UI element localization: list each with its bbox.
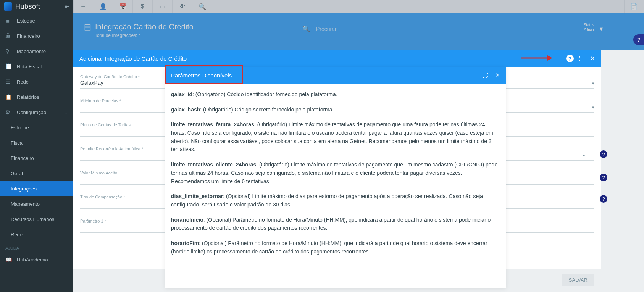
subnav-label: Mapeamento [11,201,40,207]
param-row: galax_id: (Obrigatório) Código identific… [171,90,500,99]
subnav-estoque[interactable]: Estoque [0,120,73,135]
param-name: horarioFim [171,240,199,246]
search-icon: 🔍 [302,25,310,32]
nav-configuracao[interactable]: ⚙Configuração⌄ [0,105,73,120]
book-icon: 📖 [5,257,12,263]
nav-label: Rede [17,79,29,85]
dropdown-icon[interactable]: ▾ [583,153,585,158]
nav-label: Nota Fiscal [17,64,42,69]
param-row: limite_tentativas_fatura_24horas: (Obrig… [171,121,500,154]
param-row: galax_hash: (Obrigatório) Código secreto… [171,106,500,114]
page-title: Integração Cartão de Crédito [95,23,194,31]
chevron-down-icon: ⌄ [64,110,68,115]
network-icon: ☰ [5,79,12,85]
map-icon: ⚲ [5,48,12,54]
param-row: horarioFim: (Opcional) Parâmetro no form… [171,239,500,256]
nav-label: Mapeamento [17,48,46,54]
popup-body: galax_id: (Obrigatório) Código identific… [165,84,506,288]
subnav-geral[interactable]: Geral [0,166,73,181]
report-icon: 📋 [5,94,12,100]
help-valor-minimo-icon[interactable]: ? [600,174,607,181]
popup-expand-icon[interactable]: ⛶ [483,72,488,79]
popup-parameters: Parâmetros Disponíveis ⛶ ✕ galax_id: (Ob… [165,67,506,288]
param-row: dias_limite_estornar: (Opcional) Limite … [171,192,500,209]
card-button[interactable]: ▭ [153,0,173,13]
topbar: ← 👤 📅 $ ▭ 👁 🔍 📄 [73,0,644,13]
param-name: dias_limite_estornar [171,193,223,199]
cards-icon: ▤ [84,22,91,31]
subnav-financeiro[interactable]: Financeiro [0,150,73,166]
param-row: horarioInicio: (Opcional) Parâmetro no f… [171,216,500,232]
back-button[interactable]: ← [73,0,93,13]
nav-label: Configuração [17,110,46,115]
nav-relatorios[interactable]: 📋Relatórios [0,89,73,105]
page-subtitle: Total de Integrações: 4 [95,33,633,38]
search-button[interactable]: 🔍 [192,0,212,13]
pdf-button[interactable]: 📄 [624,0,644,13]
subnav-rh[interactable]: Recursos Humanos [0,211,73,227]
nav-label: HubAcademia [17,257,48,263]
status-block: Status Ativo [584,23,594,32]
nav-financeiro[interactable]: 🏛Financeiro [0,28,73,44]
sidebar: Hubsoft ⇤ ▣Estoque 🏛Financeiro ⚲Mapeamen… [0,0,73,292]
dropdown-icon[interactable]: ▾ [592,105,594,110]
receipt-icon: 🧾 [5,63,12,69]
bank-icon: 🏛 [5,33,12,39]
param-name: horarioInicio [171,217,203,223]
popup-title: Parâmetros Disponíveis [171,72,232,79]
param-name: limite_tentativas_fatura_24horas [171,121,254,127]
popup-close-icon[interactable]: ✕ [495,72,500,79]
param-name: galax_id [171,91,192,97]
subnav-label: Integrações [11,186,37,192]
subnav-label: Estoque [11,125,29,131]
subnav-label: Geral [11,171,23,176]
param-desc: : (Obrigatório) Código secreto fornecido… [200,106,334,113]
param-desc: : (Opcional) Parâmetro no formato de Hor… [171,217,491,231]
modal-help-icon[interactable]: ? [566,55,574,62]
status-label: Status [584,23,594,27]
help-recorrencia-icon[interactable]: ? [600,150,607,158]
nav-rede[interactable]: ☰Rede [0,74,73,89]
brand-text: Hubsoft [15,3,40,11]
eye-button[interactable]: 👁 [173,0,192,13]
nav-notafiscal[interactable]: 🧾Nota Fiscal [0,59,73,74]
sidebar-collapse-icon[interactable]: ⇤ [65,3,69,10]
help-header: AJUDA [0,242,73,252]
nav-label: Estoque [17,18,35,24]
dropdown-icon[interactable]: ▾ [592,81,594,86]
param-desc: : (Obrigatório) Código identificador for… [192,91,337,97]
subnav-fiscal[interactable]: Fiscal [0,135,73,150]
modal-expand-icon[interactable]: ⛶ [579,55,585,62]
nav-label: Relatórios [17,94,39,100]
param-name: limite_tentativas_cliente_24horas [171,161,256,168]
page-header: ▤Integração Cartão de Crédito Total de I… [73,13,644,50]
nav-estoque[interactable]: ▣Estoque [0,13,73,28]
user-button[interactable]: 👤 [93,0,113,13]
subnav-rede[interactable]: Rede [0,227,73,242]
param-name: galax_hash [171,106,200,113]
popup-header: Parâmetros Disponíveis ⛶ ✕ [165,67,506,84]
calendar-button[interactable]: 📅 [113,0,133,13]
status-dropdown-icon[interactable]: ▾ [600,25,603,32]
subnav-label: Financeiro [11,155,34,161]
subnav-label: Fiscal [11,140,24,146]
gear-icon: ⚙ [5,109,12,115]
save-button[interactable]: SALVAR [562,274,594,286]
help-tipo-comp-icon[interactable]: ? [600,195,607,203]
search-input[interactable] [316,26,469,32]
subnav-label: Recursos Humanos [11,216,54,222]
money-button[interactable]: $ [133,0,153,13]
subnav-mapeamento[interactable]: Mapeamento [0,196,73,211]
logo-icon [4,2,12,11]
logo-bar: Hubsoft ⇤ [0,0,73,13]
floating-help-icon[interactable]: ? [633,34,644,45]
status-value: Ativo [584,27,594,32]
subnav-label: Rede [11,232,23,237]
nav-hubacademia[interactable]: 📖HubAcademia [0,252,73,267]
modal-close-icon[interactable]: ✕ [590,55,595,62]
nav-label: Financeiro [17,33,40,39]
modal-title: Adicionar Integração de Cartão de Crédit… [79,55,187,62]
svg-marker-1 [547,55,552,61]
nav-mapeamento[interactable]: ⚲Mapeamento [0,44,73,59]
subnav-integracoes[interactable]: Integrações [0,181,73,196]
